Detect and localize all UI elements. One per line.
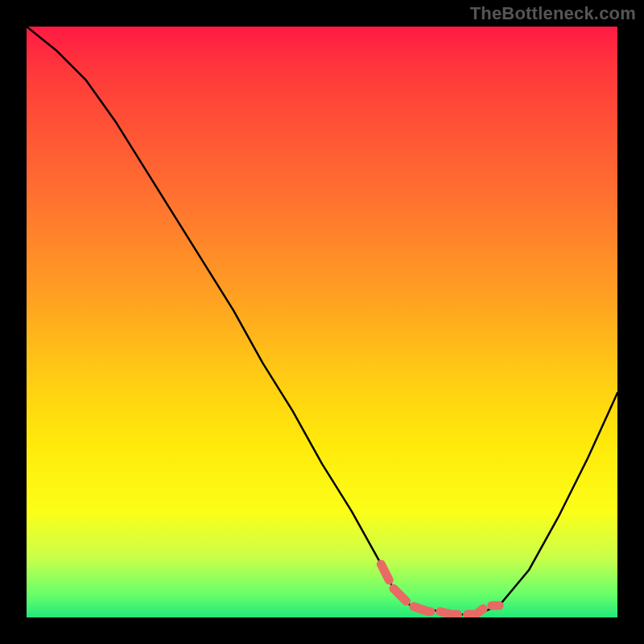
watermark-text: TheBottleneck.com: [470, 3, 636, 24]
chart-frame: TheBottleneck.com: [0, 0, 644, 644]
highlight-segment: [381, 564, 499, 614]
main-curve: [27, 27, 617, 614]
plot-area: [27, 27, 617, 617]
chart-svg: [27, 27, 617, 617]
